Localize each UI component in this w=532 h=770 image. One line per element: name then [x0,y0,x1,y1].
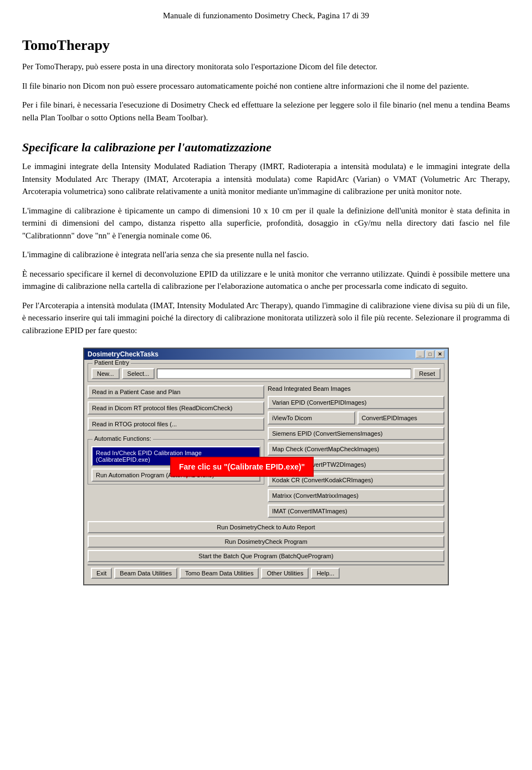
read-dicom-button[interactable]: Read in Dicom RT protocol files (ReadDic… [88,401,264,415]
varian-epid-button[interactable]: Varian EPID (ConvertEPIDImages) [268,396,444,409]
screenshot-container: DosimetryCheckTasks _ □ ✕ Patient Entry … [83,348,449,585]
read-patient-button[interactable]: Read in a Patient Case and Plan [88,385,264,399]
auto-functions-label: Automatic Functions: [93,435,153,442]
convert-epid-button[interactable]: ConvertEPIDImages [357,411,445,425]
section2-para5: Per l'Arcoterapia a intensità modulata (… [22,299,510,337]
page-header: Manuale di funzionamento Dosimetry Check… [22,11,510,21]
titlebar-buttons: _ □ ✕ [416,350,444,358]
siemens-epid-button[interactable]: Siemens EPID (ConvertSiemensImages) [268,427,444,440]
patient-entry-label: Patient Entry [93,359,131,366]
section1-para3: Per i file binari, è necessaria l'esecuz… [22,99,510,124]
bottom-buttons: Run DosimetryCheck to Auto Report Run Do… [88,521,444,562]
main-area: Read in a Patient Case and Plan Read in … [88,385,444,518]
help-button[interactable]: Help... [311,568,340,579]
other-utilities-button[interactable]: Other Utilities [261,568,309,579]
section1-heading: TomoTherapy [22,37,510,54]
top-bar: New... Select... Reset [91,368,441,379]
auto-report-button[interactable]: Run DosimetryCheck to Auto Report [88,521,444,533]
section2-para1: Le immagini integrate della Intensity Mo… [22,160,510,198]
section2-para4: È necessario specificare il kernel di de… [22,268,510,293]
patient-input[interactable] [157,369,411,379]
reset-button[interactable]: Reset [413,368,441,379]
tomo-beam-button[interactable]: Tomo Beam Data Utilities [180,568,259,579]
read-rtog-button[interactable]: Read in RTOG protocol files (... [88,417,264,431]
callout-box: Fare clic su "(Calibrate EPID.exe)" [170,457,314,477]
exit-button[interactable]: Exit [91,568,112,579]
minimize-button[interactable]: _ [416,350,424,358]
section1-para1: Per TomoTherapy, può essere posta in una… [22,60,510,73]
beam-data-button[interactable]: Beam Data Utilities [114,568,177,579]
right-panel: Read Integrated Beam Images Varian EPID … [268,385,444,518]
map-check-button[interactable]: Map Check (ConvertMapCheckImages) [268,442,444,456]
close-button[interactable]: ✕ [436,350,444,358]
left-panel: Read in a Patient Case and Plan Read in … [88,385,264,518]
titlebar: DosimetryCheckTasks _ □ ✕ [84,349,448,360]
batch-que-button[interactable]: Start the Batch Que Program (BatchQuePro… [88,550,444,562]
patient-entry-group: Patient Entry New... Select... Reset [88,363,444,382]
dialog-title: DosimetryCheckTasks [88,350,158,358]
maximize-button[interactable]: □ [426,350,434,358]
iview-row: iViewTo Dicom ConvertEPIDImages [268,411,444,425]
section1-para2: Il file binario non Dicom non può essere… [22,80,510,93]
section2-heading: Specificare la calibrazione per l'automa… [22,140,510,155]
read-integrated-label: Read Integrated Beam Images [268,385,444,392]
callout-text: Fare clic su "(Calibrate EPID.exe)" [179,462,305,471]
new-button[interactable]: New... [91,368,120,379]
taskbar: Exit Beam Data Utilities Tomo Beam Data … [88,564,444,581]
section2-para3: L'immagine di calibrazione è integrata n… [22,248,510,261]
select-button[interactable]: Select... [122,368,155,379]
section2-para2: L'immagine di calibrazione è tipicamente… [22,205,510,242]
run-program-button[interactable]: Run DosimetryCheck Program [88,536,444,548]
win-dialog: DosimetryCheckTasks _ □ ✕ Patient Entry … [83,348,449,585]
matrixx-button[interactable]: Matrixx (ConvertMatrixxImages) [268,489,444,502]
imat-button[interactable]: IMAT (ConvertIMATImages) [268,504,444,518]
iview-button[interactable]: iViewTo Dicom [268,411,355,425]
